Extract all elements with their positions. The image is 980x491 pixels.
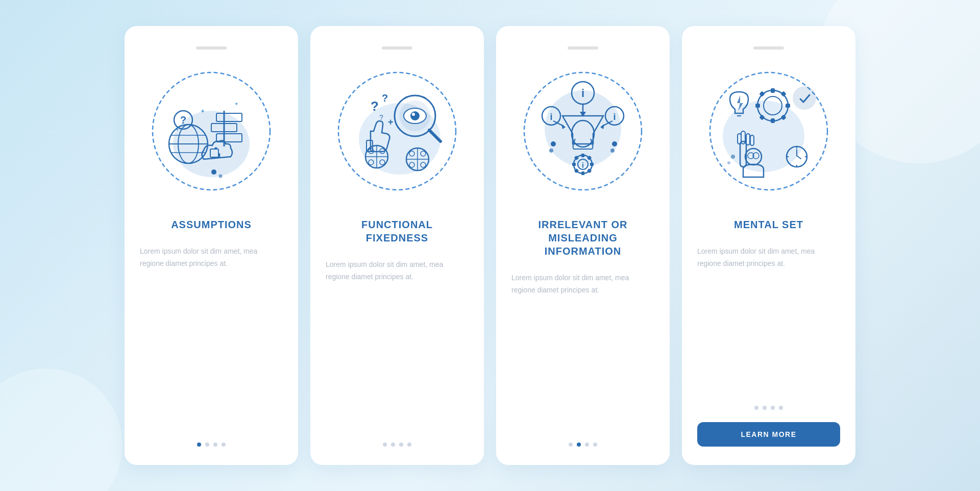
svg-rect-60: [581, 171, 584, 175]
card-title-mental-set: MENTAL SET: [734, 218, 803, 231]
dot-2[interactable]: [391, 443, 395, 447]
card-title-functional: FUNCTIONAL FIXEDNESS: [361, 218, 433, 244]
svg-point-69: [612, 141, 617, 146]
illustration-mental-set: [702, 65, 835, 198]
dot-1[interactable]: [383, 443, 387, 447]
dot-4[interactable]: [407, 443, 411, 447]
svg-point-68: [549, 149, 553, 153]
svg-point-103: [731, 155, 735, 159]
dot-1[interactable]: [197, 443, 201, 447]
dot-1[interactable]: [754, 406, 758, 410]
card-assumptions: ? ✦ ✦ ✦ ASSUMPTIONS Lorem ipsum dolor si…: [125, 26, 298, 465]
svg-point-24: [410, 111, 420, 120]
dot-2[interactable]: [205, 443, 209, 447]
dot-3[interactable]: [213, 443, 217, 447]
svg-text:✦: ✦: [176, 128, 179, 132]
dot-1[interactable]: [569, 443, 573, 447]
svg-rect-62: [572, 163, 576, 166]
svg-text:+: +: [388, 117, 394, 127]
svg-text:?: ?: [379, 113, 383, 121]
svg-point-67: [551, 141, 556, 146]
dots-assumptions: [197, 443, 226, 447]
dots-functional: [383, 443, 411, 447]
svg-rect-59: [581, 154, 584, 157]
svg-text:i: i: [582, 161, 584, 169]
svg-rect-78: [771, 118, 775, 123]
svg-rect-61: [590, 163, 594, 166]
dots-mental-set: [754, 406, 783, 410]
svg-line-98: [797, 156, 801, 159]
dot-2[interactable]: [577, 443, 581, 447]
card-functional-fixedness: ? ? ? +: [310, 26, 484, 465]
svg-text:?: ?: [382, 92, 388, 104]
card-desc-assumptions: Lorem ipsum dolor sit dim amet, mea regi…: [140, 245, 283, 428]
illustration-assumptions: ? ✦ ✦ ✦: [145, 65, 278, 198]
dot-4[interactable]: [593, 443, 597, 447]
svg-text:i: i: [550, 112, 552, 122]
svg-point-70: [610, 149, 615, 153]
svg-rect-82: [759, 91, 765, 96]
svg-text:i: i: [581, 87, 584, 100]
svg-rect-77: [771, 88, 775, 93]
dot-2[interactable]: [763, 406, 767, 410]
svg-rect-80: [755, 104, 760, 108]
dot-4[interactable]: [779, 406, 783, 410]
card-title-assumptions: ASSUMPTIONS: [171, 218, 252, 231]
svg-point-85: [793, 87, 816, 109]
dot-3[interactable]: [399, 443, 403, 447]
svg-rect-81: [780, 91, 786, 96]
svg-point-104: [727, 161, 730, 164]
dots-irrelevant: [569, 443, 597, 447]
dot-4[interactable]: [222, 443, 226, 447]
learn-more-button[interactable]: LEARN MORE: [697, 422, 840, 447]
card-title-irrelevant: IRRELEVANT OR MISLEADING INFORMATION: [538, 218, 628, 258]
svg-text:✦: ✦: [234, 101, 238, 107]
dot-3[interactable]: [585, 443, 589, 447]
dot-3[interactable]: [771, 406, 775, 410]
card-desc-functional: Lorem ipsum dolor sit dim amet, mea regi…: [326, 259, 469, 428]
svg-rect-79: [786, 104, 790, 108]
svg-point-17: [211, 169, 216, 175]
card-notch: [382, 46, 412, 50]
card-mental-set: MENTAL SET Lorem ipsum dolor sit dim ame…: [682, 26, 855, 465]
card-irrelevant-info: i i i i: [496, 26, 670, 465]
card-notch: [753, 46, 784, 50]
svg-text:?: ?: [180, 114, 186, 126]
card-notch: [568, 46, 598, 50]
svg-text:✦: ✦: [200, 108, 205, 115]
cards-container: ? ✦ ✦ ✦ ASSUMPTIONS Lorem ipsum dolor si…: [125, 26, 855, 465]
svg-point-18: [219, 175, 223, 178]
card-notch: [196, 46, 227, 50]
svg-text:?: ?: [371, 99, 379, 114]
card-desc-mental-set: Lorem ipsum dolor sit dim amet, mea regi…: [697, 245, 840, 391]
svg-point-25: [412, 113, 415, 116]
svg-text:i: i: [613, 112, 616, 122]
card-desc-irrelevant: Lorem ipsum dolor sit dim amet, mea regi…: [511, 272, 654, 428]
illustration-irrelevant: i i i i: [517, 65, 649, 198]
illustration-functional: ? ? ? +: [331, 65, 463, 198]
